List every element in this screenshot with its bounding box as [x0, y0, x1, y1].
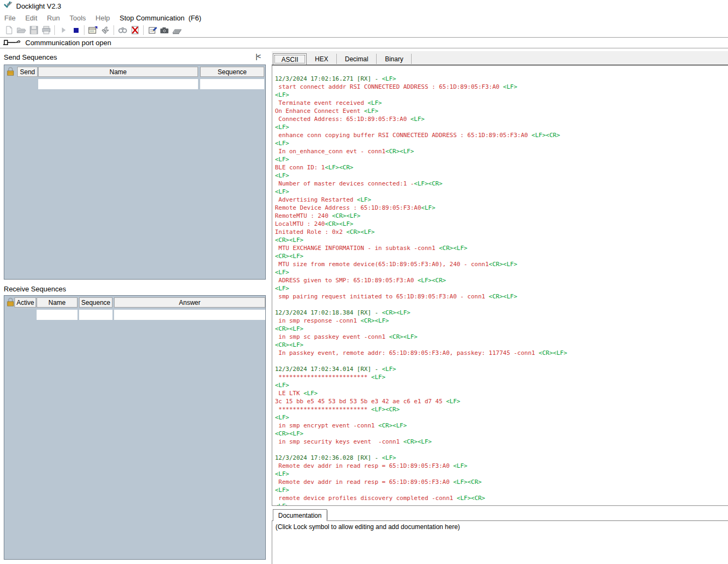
log-line: MTU size from remote device(65:1D:89:05:…	[275, 260, 728, 268]
stop-communication-icon[interactable]	[69, 25, 82, 36]
menu-run[interactable]: Run	[42, 14, 65, 22]
log-line: Number of master devices connected:1 -<L…	[275, 180, 728, 188]
format-tab-strip: ASCII HEX Decimal Binary	[272, 51, 728, 65]
project-settings-icon[interactable]	[87, 25, 99, 36]
log-line: ************************* <LF><CR>	[275, 405, 728, 413]
title-bar: Docklight V2.3	[0, 0, 728, 12]
log-line: enhance conn copying buffer RSI CONNECTE…	[275, 131, 728, 139]
receive-active-column-header: Active	[15, 297, 36, 308]
log-line: RemoteMTU : 240 <CR><LF>	[275, 212, 728, 220]
print-icon[interactable]	[40, 25, 52, 36]
tab-ascii[interactable]: ASCII	[273, 53, 307, 65]
log-line: ************************* <LF>	[275, 373, 728, 381]
log-line: <LF>	[275, 123, 728, 131]
log-line: On Enhance Connect Event <LF>	[275, 107, 728, 115]
receive-name-column-header: Name	[37, 297, 77, 308]
log-line: Remote dev addr in read resp = 65:1D:89:…	[275, 478, 728, 486]
log-line: remote device profiles discovery complet…	[275, 494, 728, 502]
documentation-placeholder: (Click Lock symbol to allow editing and …	[275, 523, 460, 531]
log-line: <LF>	[275, 139, 728, 147]
log-line: Advertising Restarted <LF>	[275, 196, 728, 204]
log-line: <LF>	[275, 172, 728, 180]
log-line: Remote dev addr in read resp = 65:1D:89:…	[275, 462, 728, 470]
tab-binary[interactable]: Binary	[377, 54, 412, 64]
toolbar-separator	[143, 25, 144, 35]
toolbar	[0, 24, 728, 37]
log-line: Initated Role : 0x2 <CR><LF>	[275, 228, 728, 236]
log-line: 12/3/2024 17:02:16.271 [RX] - <LF>	[275, 75, 728, 83]
receive-answer-column-header: Answer	[114, 297, 265, 308]
communication-log[interactable]: 12/3/2024 17:02:16.271 [RX] - <LF> start…	[272, 66, 728, 506]
com-port-icon	[3, 38, 21, 47]
log-line: Connected Address: 65:1D:89:05:F3:A0 <LF…	[275, 115, 728, 123]
tab-documentation[interactable]: Documentation	[273, 509, 327, 521]
send-sequence-column-header: Sequence	[200, 67, 264, 77]
menu-file[interactable]: File	[0, 14, 20, 22]
log-line: In on_enhance_conn evt - conn1<CR><LF>	[275, 147, 728, 155]
toolbar-separator	[54, 25, 55, 35]
log-line: 12/3/2024 17:02:18.384 [RX] - <CR><LF>	[275, 309, 728, 317]
lock-icon[interactable]	[6, 297, 15, 309]
start-communication-icon[interactable]	[57, 25, 69, 36]
send-sequence-input[interactable]	[200, 79, 264, 89]
collapse-send-panel-button[interactable]: |<	[256, 52, 260, 60]
log-line: in smp encrypt event -conn1 <CR><LF>	[275, 422, 728, 430]
log-line: 12/3/2024 17:02:34.014 [RX] - <LF>	[275, 365, 728, 373]
menu-edit[interactable]: Edit	[20, 14, 42, 22]
tab-hex[interactable]: HEX	[307, 54, 337, 64]
edit-notes-icon[interactable]	[146, 25, 158, 36]
open-file-icon[interactable]	[15, 25, 27, 36]
log-line: <LF>	[275, 188, 728, 196]
receive-sequence-input[interactable]	[79, 310, 112, 320]
receive-sequences-title: Receive Sequences	[4, 285, 66, 293]
doc-tab-separator	[327, 510, 328, 520]
log-line: MTU EXCHANGE INFORMATION - in subtask -c…	[275, 244, 728, 252]
save-icon[interactable]	[27, 25, 40, 36]
log-line: Remote Device Address : 65:1D:89:05:F3:A…	[275, 204, 728, 212]
documentation-area[interactable]: (Click Lock symbol to allow editing and …	[272, 520, 728, 564]
log-line: <CR><LF>	[275, 252, 728, 260]
receive-name-input[interactable]	[37, 310, 77, 320]
snapshot-icon[interactable]	[158, 25, 171, 36]
log-line: <LF>	[275, 155, 728, 163]
receive-sequence-column-header: Sequence	[79, 297, 112, 308]
log-line	[275, 357, 728, 365]
clear-window-icon[interactable]	[129, 25, 141, 36]
receive-answer-input[interactable]	[114, 310, 265, 320]
log-line: <LF>	[275, 470, 728, 478]
log-line: 3c 15 bb e5 45 53 bd 53 5b e3 42 ae c6 e…	[275, 397, 728, 405]
send-button[interactable]: Send	[17, 67, 38, 77]
log-line: Terminate event received <LF>	[275, 99, 728, 107]
log-line: ADRESS given to SMP: 65:1D:89:05:F3:A0 <…	[275, 276, 728, 284]
receive-sequences-panel: Active Name Sequence Answer	[4, 295, 266, 560]
tab-decimal[interactable]: Decimal	[337, 54, 377, 64]
find-icon[interactable]	[116, 25, 129, 36]
log-line	[275, 446, 728, 454]
lock-icon[interactable]	[6, 67, 15, 78]
log-line: <LF>	[275, 91, 728, 99]
log-line: <LF>	[275, 486, 728, 494]
new-file-icon[interactable]	[3, 25, 15, 36]
app-icon	[4, 1, 12, 11]
keyboard-console-icon[interactable]	[171, 25, 183, 36]
send-sequences-panel: Send Name Sequence	[4, 65, 266, 280]
menu-help[interactable]: Help	[91, 14, 115, 22]
toolbar-separator	[114, 25, 114, 35]
menu-tools[interactable]: Tools	[65, 14, 90, 22]
communication-status-bar: Commmunication port open	[0, 37, 728, 48]
toolbar-separator	[84, 25, 84, 35]
log-line: LocalMTU : 240<CR><LF>	[275, 220, 728, 228]
log-line: <CR><LF>	[275, 341, 728, 349]
log-line: 12/3/2024 17:02:36.028 [RX] - <LF>	[275, 454, 728, 462]
log-line: <LF>	[275, 284, 728, 292]
log-line: In passkey event, remote addr: 65:1D:89:…	[275, 349, 728, 357]
menu-bar: File Edit Run Tools Help Stop Communicat…	[0, 12, 728, 24]
log-line: smp pairing request initiated to 65:1D:8…	[275, 292, 728, 301]
log-line: BLE conn ID: 1<LF><CR>	[275, 163, 728, 172]
send-name-input[interactable]	[38, 79, 198, 89]
menu-stop-communication[interactable]: Stop Communication (F6)	[115, 14, 206, 22]
send-name-column-header: Name	[38, 67, 198, 77]
log-line: <LF>	[275, 413, 728, 422]
log-line: <LF>	[275, 502, 728, 506]
options-icon[interactable]	[99, 25, 111, 36]
